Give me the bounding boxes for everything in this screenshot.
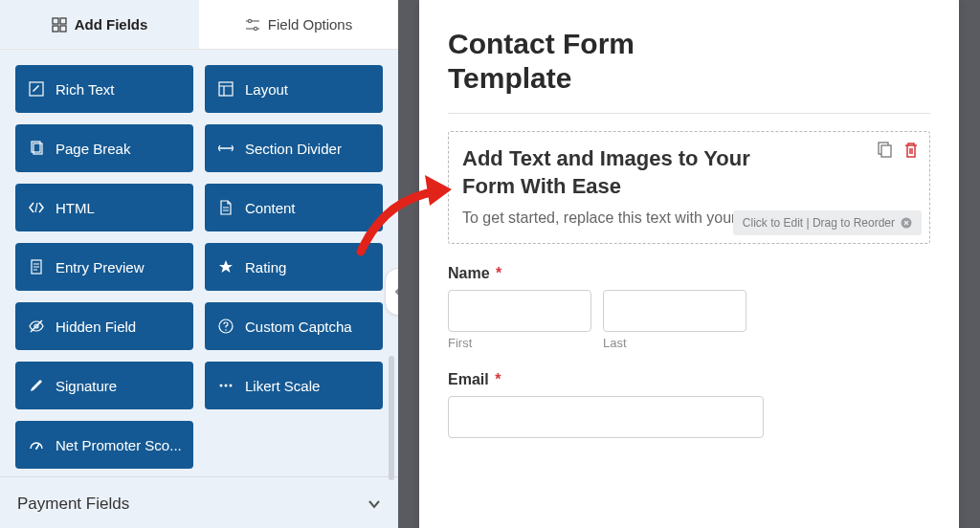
svg-rect-33	[881, 145, 891, 157]
svg-point-31	[35, 448, 37, 450]
email-field-group[interactable]: Email *	[448, 371, 930, 438]
form-preview: Contact Form Template Add Text and Image…	[419, 0, 959, 528]
tab-add-fields[interactable]: Add Fields	[0, 0, 199, 49]
fields-grid: Rich Text Layout Page Break Section Divi…	[0, 50, 398, 476]
pencil-icon	[29, 378, 44, 393]
pencil-square-icon	[29, 81, 44, 97]
field-label: Section Divider	[245, 141, 342, 157]
close-hint-icon[interactable]	[901, 217, 912, 229]
field-likert-scale[interactable]: Likert Scale	[205, 362, 383, 409]
divider-icon	[218, 141, 234, 156]
field-label: Content	[245, 200, 296, 216]
block-actions	[876, 142, 920, 159]
chevron-down-icon	[368, 497, 381, 511]
grid-icon	[52, 17, 67, 33]
svg-rect-0	[53, 18, 58, 24]
last-sublabel: Last	[603, 336, 746, 350]
sidebar-tabs: Add Fields Field Options	[0, 0, 398, 50]
star-icon	[218, 259, 234, 275]
field-label: Page Break	[56, 141, 130, 157]
field-label: Custom Captcha	[245, 319, 352, 335]
gauge-icon	[29, 437, 44, 452]
svg-point-28	[225, 385, 228, 387]
field-content[interactable]: Content	[205, 184, 383, 231]
block-hint: Click to Edit | Drag to Reorder	[733, 210, 922, 235]
tab-field-options[interactable]: Field Options	[199, 0, 398, 49]
svg-rect-9	[219, 82, 233, 96]
field-label: Hidden Field	[56, 319, 136, 335]
divider	[448, 113, 930, 114]
field-section-divider[interactable]: Section Divider	[205, 124, 383, 172]
code-icon	[29, 200, 44, 215]
question-circle-icon	[218, 319, 234, 334]
tab-label: Add Fields	[75, 16, 148, 33]
field-net-promoter[interactable]: Net Promoter Sco...	[15, 421, 193, 469]
trash-icon[interactable]	[902, 142, 920, 159]
fields-panel: Rich Text Layout Page Break Section Divi…	[0, 50, 398, 528]
svg-line-15	[35, 203, 37, 212]
field-label: Likert Scale	[245, 378, 320, 394]
field-label: Rich Text	[56, 81, 114, 98]
name-label: Name *	[448, 265, 930, 282]
svg-rect-1	[60, 18, 66, 24]
svg-marker-22	[219, 260, 233, 273]
form-title[interactable]: Contact Form Template	[448, 27, 754, 96]
first-sublabel: First	[448, 336, 591, 350]
svg-rect-3	[60, 26, 66, 32]
field-rating[interactable]: Rating	[205, 243, 383, 291]
field-rich-text[interactable]: Rich Text	[15, 65, 193, 113]
duplicate-icon[interactable]	[876, 142, 893, 159]
svg-point-29	[230, 385, 233, 387]
tab-label: Field Options	[268, 16, 352, 33]
svg-point-26	[225, 329, 227, 331]
document-icon	[29, 259, 44, 275]
field-custom-captcha[interactable]: Custom Captcha	[205, 302, 383, 350]
field-label: Signature	[56, 378, 117, 394]
layout-icon	[218, 81, 234, 97]
svg-point-27	[220, 385, 223, 387]
file-icon	[218, 200, 234, 215]
accordion-payment-fields[interactable]: Payment Fields	[0, 476, 398, 528]
eye-slash-icon	[29, 319, 44, 334]
label-text: Email	[448, 371, 489, 387]
field-hidden-field[interactable]: Hidden Field	[15, 302, 193, 350]
svg-point-5	[248, 19, 251, 22]
field-signature[interactable]: Signature	[15, 362, 193, 409]
required-mark: *	[496, 265, 501, 281]
field-html[interactable]: HTML	[15, 184, 193, 231]
accordion-label: Payment Fields	[17, 495, 129, 514]
field-page-break[interactable]: Page Break	[15, 124, 193, 172]
email-label: Email *	[448, 371, 930, 388]
label-text: Name	[448, 265, 490, 281]
copy-icon	[29, 141, 44, 156]
hint-text: Click to Edit | Drag to Reorder	[743, 216, 895, 230]
field-label: HTML	[56, 200, 95, 216]
required-mark: *	[495, 371, 501, 387]
content-block[interactable]: Add Text and Images to Your Form With Ea…	[448, 131, 930, 244]
preview-area: Contact Form Template Add Text and Image…	[398, 0, 980, 528]
sliders-icon	[245, 17, 260, 33]
first-name-input[interactable]	[448, 290, 591, 332]
email-input[interactable]	[448, 396, 764, 438]
field-entry-preview[interactable]: Entry Preview	[15, 243, 193, 291]
last-name-input[interactable]	[603, 290, 746, 332]
svg-rect-2	[53, 26, 58, 32]
content-block-title: Add Text and Images to Your Form With Ea…	[462, 145, 788, 200]
name-field-group[interactable]: Name * First Last	[448, 265, 930, 350]
form-builder-app: Add Fields Field Options Rich Text Layou…	[0, 0, 980, 528]
field-label: Layout	[245, 81, 288, 98]
svg-point-7	[254, 27, 256, 30]
dots-icon	[218, 378, 234, 393]
scrollbar[interactable]	[389, 356, 394, 480]
field-label: Entry Preview	[56, 259, 145, 275]
field-layout[interactable]: Layout	[205, 65, 383, 113]
field-label: Rating	[245, 259, 286, 275]
sidebar: Add Fields Field Options Rich Text Layou…	[0, 0, 398, 528]
field-label: Net Promoter Sco...	[56, 437, 182, 453]
